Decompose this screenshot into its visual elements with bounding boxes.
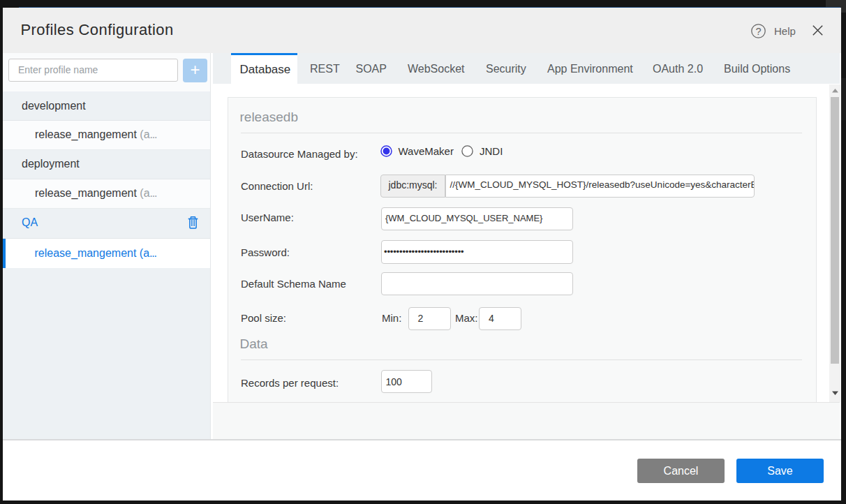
svg-text:?: ? bbox=[755, 26, 761, 37]
